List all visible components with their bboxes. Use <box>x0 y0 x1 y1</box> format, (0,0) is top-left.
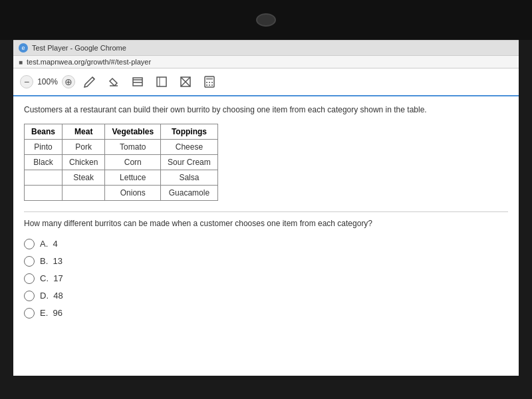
reference-icon <box>155 75 168 88</box>
svg-point-14 <box>209 84 210 86</box>
content-area: Customers at a restaurant can build thei… <box>13 96 519 376</box>
zoom-value: 100% <box>36 77 59 86</box>
answer-label-e: E. 96 <box>40 308 63 318</box>
col-header-beans: Beans <box>25 124 63 139</box>
top-bar <box>0 0 532 40</box>
col-header-vegetables: Vegetables <box>105 124 161 139</box>
answer-option-e[interactable]: E. 96 <box>24 308 508 319</box>
answer-option-a[interactable]: A. 4 <box>24 239 508 249</box>
answer-option-c[interactable]: C. 17 <box>24 273 508 284</box>
eraser-button[interactable] <box>104 72 123 91</box>
table-row: Onions Guacamole <box>25 185 218 200</box>
cell-meat-4 <box>63 185 105 200</box>
cell-topping-4: Guacamole <box>161 185 218 200</box>
cell-veg-2: Corn <box>105 154 161 170</box>
lines-button[interactable] <box>128 72 147 91</box>
answer-choices: A. 4 B. 13 C. 17 D. 48 E. 96 <box>24 239 508 319</box>
reference-button[interactable] <box>152 72 171 91</box>
lock-icon: ■ <box>19 59 23 66</box>
question-intro: Customers at a restaurant can build thei… <box>24 104 508 116</box>
cell-topping-2: Sour Cream <box>161 154 218 170</box>
answer-label-a: A. 4 <box>40 239 58 249</box>
svg-point-12 <box>211 82 213 83</box>
cell-meat-3: Steak <box>63 170 105 185</box>
cell-topping-1: Cheese <box>161 139 218 154</box>
url-display: test.mapnwea.org/growth/#/test-player <box>27 58 151 66</box>
toolbar: − 100% ⊕ <box>13 68 519 96</box>
radio-d[interactable] <box>24 291 35 301</box>
svg-rect-9 <box>206 78 213 80</box>
browser-title-bar: e Test Player - Google Chrome <box>13 41 519 56</box>
svg-point-15 <box>211 84 213 86</box>
zoom-in-button[interactable]: ⊕ <box>62 75 75 88</box>
eraser-icon <box>107 75 120 88</box>
answer-label-b: B. 13 <box>40 256 63 266</box>
cell-meat-1: Pork <box>63 139 105 154</box>
answer-label-d: D. 48 <box>40 291 63 301</box>
answer-label-c: C. 17 <box>40 273 63 283</box>
answer-option-b[interactable]: B. 13 <box>24 256 508 267</box>
cell-meat-2: Chicken <box>63 154 105 170</box>
calculator-icon <box>203 75 216 88</box>
svg-point-11 <box>209 82 210 83</box>
radio-c[interactable] <box>24 273 35 284</box>
radio-b[interactable] <box>24 256 35 267</box>
bottom-frame <box>0 376 532 399</box>
svg-rect-3 <box>157 77 166 86</box>
cell-veg-3: Lettuce <box>105 170 161 185</box>
pencil-button[interactable] <box>80 72 99 91</box>
zoom-control: − 100% ⊕ <box>20 75 75 88</box>
eliminate-button[interactable] <box>176 72 195 91</box>
cell-beans-4 <box>25 185 63 200</box>
pencil-icon <box>83 75 96 88</box>
calculator-button[interactable] <box>200 72 219 91</box>
question-bottom-text: How many different burritos can be made … <box>24 219 508 228</box>
cell-beans-1: Pinto <box>25 139 63 154</box>
radio-e[interactable] <box>24 308 35 319</box>
cell-beans-2: Black <box>25 154 63 170</box>
browser-chrome: e Test Player - Google Chrome ■ test.map… <box>13 40 519 376</box>
answer-option-d[interactable]: D. 48 <box>24 291 508 301</box>
svg-rect-2 <box>133 78 142 86</box>
table-row: Pinto Pork Tomato Cheese <box>25 139 218 154</box>
cell-veg-1: Tomato <box>105 139 161 154</box>
col-header-meat: Meat <box>63 124 105 139</box>
zoom-out-button[interactable]: − <box>20 75 33 88</box>
camera <box>256 13 276 27</box>
browser-icon: e <box>19 43 28 53</box>
burrito-table: Beans Meat Vegetables Toppings Pinto Por… <box>24 124 218 201</box>
content-divider <box>24 211 508 212</box>
table-row: Black Chicken Corn Sour Cream <box>25 154 218 170</box>
eliminate-icon <box>179 75 192 88</box>
browser-title: Test Player - Google Chrome <box>32 44 126 52</box>
col-header-toppings: Toppings <box>161 124 218 139</box>
lines-icon <box>131 75 144 88</box>
svg-point-10 <box>206 82 207 83</box>
radio-a[interactable] <box>24 239 35 249</box>
cell-veg-4: Onions <box>105 185 161 200</box>
address-bar[interactable]: ■ test.mapnwea.org/growth/#/test-player <box>13 56 519 68</box>
svg-point-13 <box>206 84 207 86</box>
cell-beans-3 <box>25 170 63 185</box>
table-row: Steak Lettuce Salsa <box>25 170 218 185</box>
cell-topping-3: Salsa <box>161 170 218 185</box>
screen-frame: e Test Player - Google Chrome ■ test.map… <box>0 0 532 399</box>
